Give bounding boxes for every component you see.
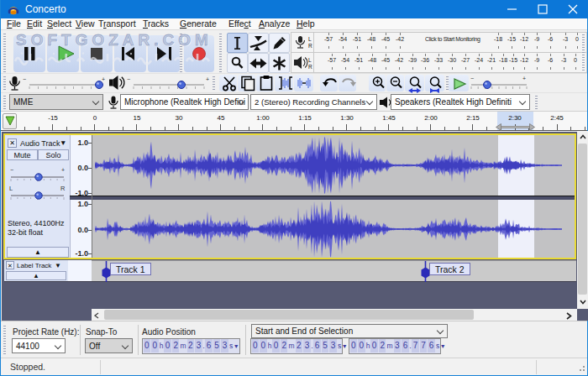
svg-text:R: R [60,185,66,192]
svg-text:−: − [127,76,130,82]
svg-text:L: L [308,57,312,63]
svg-text:+: + [61,167,65,173]
svg-text:L: L [9,185,13,192]
svg-text:R: R [308,64,312,70]
svg-text:−: − [23,76,26,82]
svg-text:−: − [10,167,13,173]
svg-text:+: + [206,76,209,82]
svg-text:+: + [522,76,526,81]
svg-text:−: − [470,76,474,81]
svg-text:R: R [308,43,312,49]
svg-text:+: + [102,76,105,82]
svg-text:L: L [308,36,312,42]
